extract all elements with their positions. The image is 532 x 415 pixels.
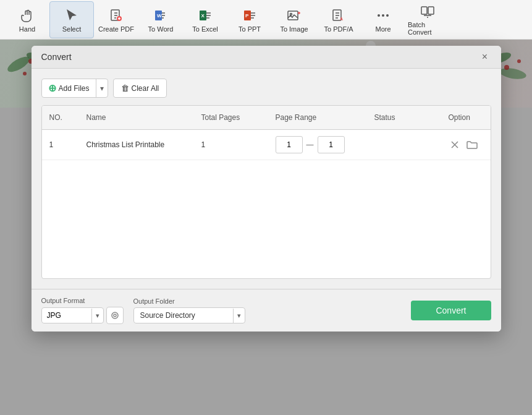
modal-header: Convert × <box>32 46 501 69</box>
col-total-pages: Total Pages <box>194 111 268 124</box>
toolbar-to-pdfa-label: To PDF/A <box>324 25 353 33</box>
create-pdf-icon <box>108 7 125 24</box>
toolbar-to-excel[interactable]: X To Excel <box>183 1 227 38</box>
row-name: Christmas List Printable <box>79 138 194 152</box>
cursor-icon <box>63 7 80 24</box>
toolbar-to-word[interactable]: W To Word <box>138 1 183 38</box>
toolbar-more-label: More <box>375 25 391 33</box>
modal-body: ⊕ Add Files ▾ 🗑 Clear All NO. Name Total… <box>32 69 501 289</box>
modal-footer: Output Format JPG PNG BMP TIFF ▾ <box>32 289 501 332</box>
toolbar-to-excel-label: To Excel <box>192 25 218 33</box>
svg-rect-8 <box>288 11 298 20</box>
modal-close-button[interactable]: × <box>479 51 491 63</box>
to-word-icon: W <box>152 7 169 24</box>
svg-point-37 <box>114 314 116 317</box>
svg-point-12 <box>378 14 380 17</box>
main-toolbar: Hand Select Create PDF W <box>0 0 532 40</box>
trash-icon: 🗑 <box>121 83 129 93</box>
output-format-settings-button[interactable] <box>106 307 124 324</box>
table-row: 1 Christmas List Printable 1 — <box>42 130 491 160</box>
file-table: NO. Name Total Pages Page Range Status O… <box>41 105 491 279</box>
to-ppt-icon: P <box>241 7 258 24</box>
toolbar-batch-convert-label: Batch Convert <box>408 21 447 36</box>
toolbar-to-ppt[interactable]: P To PPT <box>227 1 272 38</box>
toolbar-select-label: Select <box>62 25 82 33</box>
col-no: NO. <box>42 111 79 124</box>
toolbar-to-image-label: To Image <box>280 25 308 33</box>
clear-all-label: Clear All <box>132 84 159 93</box>
output-folder-group: Output Folder Source Directory ▾ <box>133 297 245 323</box>
modal-actions-toolbar: ⊕ Add Files ▾ 🗑 Clear All <box>41 79 491 98</box>
add-files-main[interactable]: ⊕ Add Files <box>42 79 96 97</box>
output-format-label: Output Format <box>41 297 124 304</box>
delete-row-icon[interactable] <box>449 139 461 151</box>
col-page-range: Page Range <box>268 111 367 124</box>
svg-rect-16 <box>428 7 434 14</box>
row-total-pages: 1 <box>194 138 268 152</box>
to-pdfa-icon: A <box>330 7 347 24</box>
toolbar-to-image[interactable]: To Image <box>272 1 316 38</box>
toolbar-select[interactable]: Select <box>49 1 94 38</box>
toolbar-batch-convert[interactable]: Batch Convert <box>405 1 450 38</box>
row-option <box>441 136 491 153</box>
output-format-select[interactable]: JPG PNG BMP TIFF <box>42 308 91 323</box>
hand-icon <box>19 7 36 24</box>
modal-title: Convert <box>41 52 72 62</box>
page-range-dash: — <box>306 140 314 149</box>
folder-icon[interactable] <box>466 139 478 151</box>
toolbar-to-word-label: To Word <box>148 25 174 33</box>
clear-all-button[interactable]: 🗑 Clear All <box>113 79 167 98</box>
page-to-input[interactable] <box>318 136 345 153</box>
convert-button[interactable]: Convert <box>411 301 491 320</box>
add-files-dropdown-arrow[interactable]: ▾ <box>96 81 108 96</box>
svg-text:A: A <box>340 17 343 21</box>
toolbar-create-pdf[interactable]: Create PDF <box>94 1 138 38</box>
toolbar-to-ppt-label: To PPT <box>239 25 261 33</box>
col-name: Name <box>79 111 194 124</box>
toolbar-hand[interactable]: Hand <box>5 1 49 38</box>
svg-rect-15 <box>421 7 427 14</box>
plus-icon: ⊕ <box>48 82 56 94</box>
to-excel-icon: X <box>196 7 214 24</box>
output-format-dropdown-icon[interactable]: ▾ <box>91 309 103 323</box>
toolbar-more[interactable]: More <box>361 1 405 38</box>
output-folder-label: Output Folder <box>133 297 245 305</box>
page-range-container: — <box>276 136 360 153</box>
svg-point-14 <box>386 14 389 17</box>
output-format-select-wrapper: JPG PNG BMP TIFF ▾ <box>41 307 104 323</box>
add-files-button[interactable]: ⊕ Add Files ▾ <box>41 79 108 98</box>
svg-text:X: X <box>201 13 205 19</box>
svg-text:W: W <box>157 13 162 19</box>
output-folder-dropdown-icon[interactable]: ▾ <box>233 309 245 323</box>
to-image-icon <box>285 7 303 24</box>
option-icons <box>449 139 483 151</box>
row-status <box>367 142 441 147</box>
row-no: 1 <box>42 138 79 152</box>
output-format-group: Output Format JPG PNG BMP TIFF ▾ <box>41 297 124 324</box>
table-header: NO. Name Total Pages Page Range Status O… <box>42 106 491 130</box>
output-folder-value: Source Directory <box>134 308 233 323</box>
convert-modal: Convert × ⊕ Add Files ▾ 🗑 Clear All <box>32 46 501 332</box>
toolbar-hand-label: Hand <box>19 25 35 33</box>
modal-overlay: Convert × ⊕ Add Files ▾ 🗑 Clear All <box>0 40 532 415</box>
svg-text:P: P <box>245 13 249 19</box>
toolbar-create-pdf-label: Create PDF <box>98 25 134 33</box>
more-icon <box>374 7 392 24</box>
batch-convert-icon <box>419 4 436 20</box>
table-body: 1 Christmas List Printable 1 — <box>42 130 491 278</box>
page-from-input[interactable] <box>276 136 303 153</box>
toolbar-to-pdfa[interactable]: A To PDF/A <box>316 1 361 38</box>
row-page-range: — <box>268 134 367 156</box>
svg-point-13 <box>382 14 384 17</box>
svg-point-36 <box>112 312 118 319</box>
add-files-label: Add Files <box>59 84 90 93</box>
col-option: Option <box>441 111 491 124</box>
output-folder-wrapper: Source Directory ▾ <box>133 307 245 323</box>
col-status: Status <box>367 111 441 124</box>
